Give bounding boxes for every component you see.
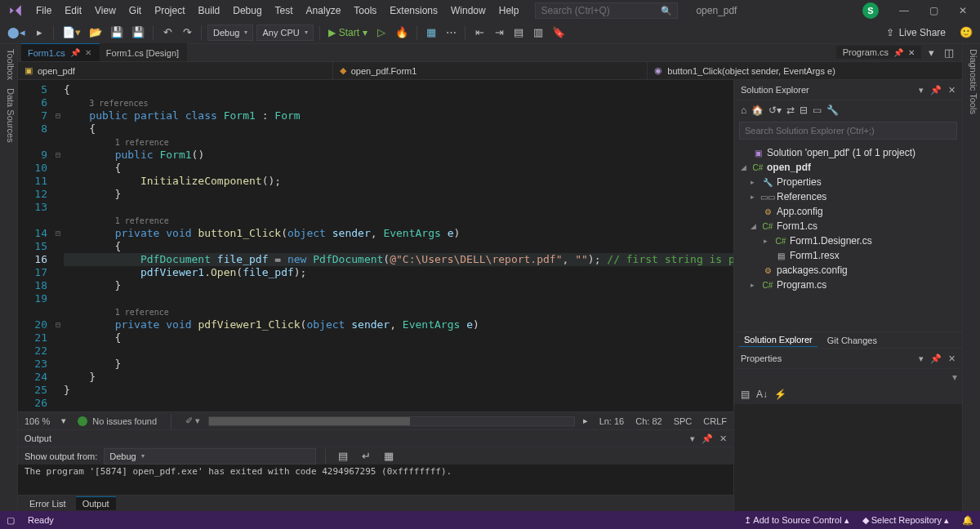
- indent-less-icon[interactable]: ⇤: [471, 24, 488, 42]
- categorize-icon[interactable]: ▤: [741, 389, 750, 400]
- live-share-button[interactable]: ⇪ Live Share: [886, 27, 946, 38]
- menu-git[interactable]: Git: [122, 2, 148, 19]
- hot-reload-icon[interactable]: 🔥: [393, 24, 411, 42]
- menu-tools[interactable]: Tools: [347, 2, 383, 19]
- tab-error-list[interactable]: Error List: [23, 497, 73, 510]
- output-wrap-icon[interactable]: ↵: [358, 447, 374, 465]
- tree-item[interactable]: ▸C#Form1.Designer.cs: [736, 233, 960, 248]
- insert-mode[interactable]: SPC: [674, 416, 693, 426]
- indent-more-icon[interactable]: ⇥: [491, 24, 507, 42]
- navbar-project[interactable]: ▣ open_pdf: [18, 62, 333, 79]
- close-tab-icon[interactable]: ✕: [908, 48, 915, 57]
- panel-close-icon[interactable]: ✕: [948, 85, 956, 96]
- menu-test[interactable]: Test: [269, 2, 300, 19]
- output-clear-icon[interactable]: ▤: [335, 447, 351, 465]
- menu-edit[interactable]: Edit: [58, 2, 88, 19]
- data-sources-tab[interactable]: Data Sources: [2, 88, 16, 143]
- panel-dropdown-icon[interactable]: ▾: [919, 85, 924, 96]
- zoom-level[interactable]: 106 %: [24, 416, 50, 426]
- tree-item[interactable]: ▸C#Program.cs: [736, 278, 960, 292]
- output-from-combo[interactable]: Debug▾: [104, 448, 316, 465]
- bookmark-icon[interactable]: 🔖: [550, 24, 568, 42]
- menu-project[interactable]: Project: [148, 2, 191, 19]
- uncomment-icon[interactable]: ▥: [530, 24, 546, 42]
- pin-icon[interactable]: 📌: [893, 48, 903, 57]
- window-mode-icon[interactable]: ▢: [7, 515, 15, 526]
- tree-item[interactable]: ▸▭▭References: [736, 189, 960, 204]
- nav-fwd-icon[interactable]: ▸: [31, 24, 47, 42]
- explorer-search-input[interactable]: [739, 122, 957, 140]
- tree-item[interactable]: ◢C#Form1.cs: [736, 219, 960, 233]
- panel-pin-icon[interactable]: 📌: [930, 85, 942, 96]
- menu-analyze[interactable]: Analyze: [300, 2, 348, 19]
- back-icon[interactable]: ⌂: [741, 104, 746, 116]
- issues-indicator[interactable]: No issues found: [78, 416, 157, 426]
- fold-gutter[interactable]: ⊟⊟⊟⊟: [52, 80, 64, 411]
- notification-bell-icon[interactable]: 🔔: [962, 515, 973, 526]
- undo-icon[interactable]: ↶: [159, 24, 176, 42]
- close-button[interactable]: ✕: [949, 2, 977, 19]
- minimize-button[interactable]: —: [890, 2, 918, 19]
- split-icon[interactable]: ◫: [941, 43, 957, 61]
- show-all-icon[interactable]: ▭: [813, 104, 822, 116]
- tab-form1-design[interactable]: Form1.cs [Design]: [100, 43, 187, 61]
- tree-item[interactable]: ⚙packages.config: [736, 263, 960, 278]
- code-editor[interactable]: 567891011121314151617181920212223242526 …: [18, 80, 733, 411]
- pin-icon[interactable]: 📌: [70, 48, 80, 57]
- pending-icon[interactable]: ⇄: [786, 104, 795, 116]
- tree-item[interactable]: ▸🔧Properties: [736, 175, 960, 189]
- menu-help[interactable]: Help: [492, 2, 526, 19]
- tab-output[interactable]: Output: [76, 496, 116, 510]
- panel-close-icon[interactable]: ✕: [719, 433, 727, 444]
- alpha-sort-icon[interactable]: A↓: [756, 389, 768, 400]
- sync-icon[interactable]: ↺▾: [768, 104, 782, 116]
- comment-icon[interactable]: ▤: [510, 24, 527, 42]
- tree-item[interactable]: ◢C#open_pdf: [736, 160, 960, 175]
- close-tab-icon[interactable]: ✕: [85, 48, 91, 57]
- open-icon[interactable]: 📂: [87, 24, 105, 42]
- platform-combo[interactable]: Any CPU▾: [256, 24, 313, 41]
- menu-window[interactable]: Window: [444, 2, 492, 19]
- menu-extensions[interactable]: Extensions: [383, 2, 444, 19]
- tree-item[interactable]: ⚙App.config: [736, 204, 960, 219]
- repo-select[interactable]: ◆ Select Repository ▴: [862, 515, 949, 526]
- panel-dropdown-icon[interactable]: ▾: [919, 353, 924, 364]
- save-icon[interactable]: 💾: [108, 24, 126, 42]
- redo-icon[interactable]: ↷: [179, 24, 195, 42]
- feedback-icon[interactable]: 🙂: [957, 24, 975, 42]
- diagnostic-tools-tab[interactable]: Diagnostic Tools: [964, 49, 978, 114]
- navbar-type[interactable]: ◆ open_pdf.Form1: [333, 62, 648, 79]
- menu-build[interactable]: Build: [192, 2, 227, 19]
- nav-back-icon[interactable]: ⬤◂: [5, 24, 28, 42]
- output-goto-icon[interactable]: ▦: [381, 447, 397, 465]
- toolbox-tab[interactable]: Toolbox: [2, 49, 16, 80]
- tree-item[interactable]: ▣Solution 'open_pdf' (1 of 1 project): [736, 145, 960, 160]
- menu-debug[interactable]: Debug: [226, 2, 268, 19]
- events-icon[interactable]: ⚡: [774, 389, 786, 400]
- panel-close-icon[interactable]: ✕: [948, 353, 956, 364]
- horizontal-scrollbar[interactable]: [208, 416, 574, 426]
- properties-icon[interactable]: 🔧: [826, 104, 839, 116]
- brush-icon[interactable]: ✐ ▾: [185, 416, 200, 426]
- tab-solution-explorer[interactable]: Solution Explorer: [739, 333, 817, 347]
- maximize-button[interactable]: ▢: [920, 2, 947, 19]
- panel-pin-icon[interactable]: 📌: [702, 433, 713, 444]
- tab-program-cs[interactable]: Program.cs 📌 ✕: [836, 46, 921, 59]
- line-endings[interactable]: CRLF: [703, 416, 727, 426]
- output-body[interactable]: The program '[5874] open_pdf.exe' has ex…: [18, 465, 733, 495]
- source-control-status[interactable]: ↥ Add to Source Control ▴: [744, 515, 849, 526]
- panel-pin-icon[interactable]: 📌: [930, 353, 942, 364]
- tool-icon-2[interactable]: ⋯: [443, 24, 459, 42]
- search-launch[interactable]: Search (Ctrl+Q) 🔍: [535, 2, 678, 19]
- tab-overflow-icon[interactable]: ▾: [923, 43, 939, 61]
- config-combo[interactable]: Debug▾: [207, 24, 253, 41]
- start-without-debug-icon[interactable]: ▷: [373, 24, 390, 42]
- save-all-icon[interactable]: 💾: [129, 24, 147, 42]
- tree-item[interactable]: ▤Form1.resx: [736, 248, 960, 263]
- new-item-icon[interactable]: 📄▾: [60, 24, 83, 42]
- tab-git-changes[interactable]: Git Changes: [822, 334, 882, 347]
- user-badge[interactable]: S: [862, 2, 879, 19]
- panel-dropdown-icon[interactable]: ▾: [690, 433, 695, 444]
- menu-file[interactable]: File: [29, 2, 58, 19]
- tab-form1cs[interactable]: Form1.cs 📌 ✕: [21, 43, 100, 61]
